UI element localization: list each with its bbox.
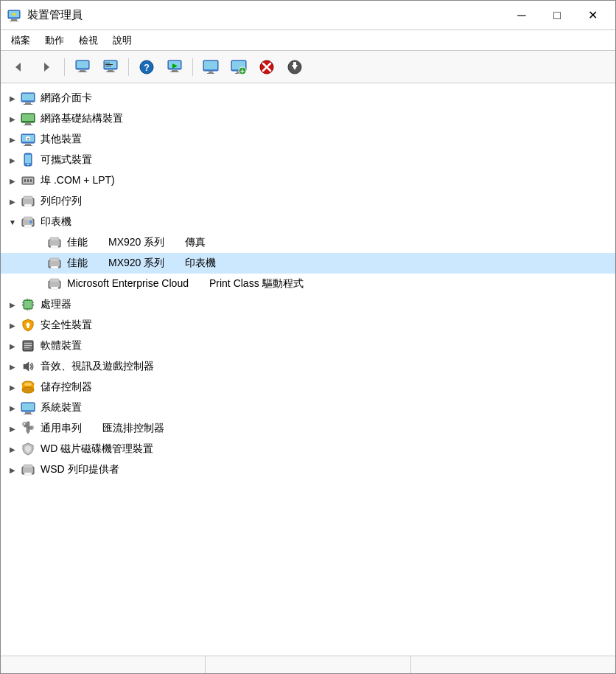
list-item[interactable]: ▶ 通用串列 匯流排控制器 bbox=[1, 418, 615, 439]
svg-text:?: ? bbox=[144, 62, 150, 73]
expand-arrow[interactable]: ▶ bbox=[7, 113, 18, 125]
remove-button[interactable] bbox=[253, 55, 280, 79]
monitor-icon bbox=[203, 59, 219, 75]
list-item[interactable]: ▶ 安全性裝置 bbox=[1, 315, 615, 336]
svg-rect-15 bbox=[105, 66, 111, 66]
svg-rect-60 bbox=[24, 179, 26, 182]
svg-rect-87 bbox=[22, 304, 24, 305]
list-item[interactable]: ▶ 系統裝置 bbox=[1, 397, 615, 418]
svg-rect-24 bbox=[170, 72, 179, 72]
help-button[interactable]: ? bbox=[133, 55, 160, 79]
device-tree[interactable]: ▶ 網路介面卡 ▶ bbox=[1, 83, 615, 656]
resources-button[interactable] bbox=[97, 55, 124, 79]
system-label: 系統裝置 bbox=[41, 401, 82, 414]
add-button[interactable]: + bbox=[225, 55, 252, 79]
menu-file[interactable]: 檔案 bbox=[4, 32, 38, 49]
expand-arrow[interactable]: ▶ bbox=[7, 299, 18, 310]
device-manager-view-button[interactable] bbox=[69, 55, 96, 79]
expand-arrow[interactable]: ▶ bbox=[7, 381, 18, 393]
printers-icon bbox=[20, 214, 36, 230]
svg-rect-103 bbox=[24, 345, 32, 346]
firmware-label: 軟體裝置 bbox=[41, 339, 82, 352]
svg-rect-8 bbox=[77, 61, 88, 68]
update-button[interactable] bbox=[281, 55, 308, 79]
wsd-print-icon bbox=[20, 462, 36, 478]
list-item[interactable]: ▶ 網路介面卡 bbox=[1, 88, 615, 108]
svg-rect-9 bbox=[80, 70, 85, 72]
processor-label: 處理器 bbox=[41, 298, 71, 311]
list-item[interactable]: ▶ 可攜式裝置 bbox=[1, 150, 615, 170]
svg-marker-5 bbox=[15, 63, 21, 72]
maximize-button[interactable]: □ bbox=[540, 4, 574, 27]
list-item[interactable]: ▶ bbox=[1, 294, 615, 315]
close-button[interactable]: ✕ bbox=[575, 4, 609, 27]
expand-arrow[interactable]: ▶ bbox=[7, 319, 18, 331]
menu-action[interactable]: 動作 bbox=[38, 32, 71, 49]
svg-rect-13 bbox=[105, 63, 110, 63]
expand-arrow[interactable]: ▶ bbox=[7, 402, 18, 414]
list-item[interactable]: ▼ 印表機 bbox=[1, 212, 615, 232]
menu-help[interactable]: 說明 bbox=[105, 32, 139, 49]
expand-arrow[interactable]: ▶ bbox=[7, 340, 18, 352]
svg-rect-26 bbox=[204, 61, 217, 69]
expand-arrow[interactable]: ▶ bbox=[7, 92, 18, 104]
wsd-print-label: WSD 列印提供者 bbox=[41, 463, 119, 476]
processor-icon bbox=[20, 296, 36, 313]
svg-point-108 bbox=[22, 387, 34, 393]
list-item[interactable]: ▶ 儲存控制器 bbox=[1, 377, 615, 397]
expand-arrow[interactable]: ▶ bbox=[7, 133, 18, 145]
list-item[interactable]: ▶ 音效、視訊及遊戲控制器 bbox=[1, 356, 615, 377]
svg-rect-47 bbox=[25, 123, 31, 125]
monitor-button[interactable] bbox=[197, 55, 224, 79]
svg-rect-102 bbox=[24, 343, 32, 344]
svg-rect-42 bbox=[22, 94, 34, 100]
forward-button[interactable] bbox=[33, 55, 60, 79]
svg-rect-78 bbox=[49, 261, 60, 266]
expand-arrow[interactable]: ▶ bbox=[7, 423, 18, 434]
expand-arrow[interactable]: ▶ bbox=[7, 464, 18, 476]
network-adapter-label: 網路介面卡 bbox=[41, 91, 92, 105]
svg-rect-96 bbox=[27, 309, 28, 310]
list-item[interactable]: Microsoft Enterprise Cloud Print Class 驅… bbox=[1, 274, 615, 294]
svg-rect-17 bbox=[106, 72, 115, 72]
list-item[interactable]: ▶ 網路基礎結構裝置 bbox=[1, 108, 615, 129]
list-item[interactable]: ▶ 軟體裝置 bbox=[1, 336, 615, 356]
expand-arrow[interactable]: ▶ bbox=[7, 175, 18, 187]
menu-view[interactable]: 檢視 bbox=[71, 32, 105, 49]
expand-arrow[interactable]: ▶ bbox=[7, 154, 18, 166]
expand-arrow[interactable]: ▶ bbox=[7, 361, 18, 372]
svg-rect-75 bbox=[51, 246, 58, 248]
list-item[interactable]: ▶ WD 磁片磁碟機管理裝置 bbox=[1, 439, 615, 459]
svg-rect-44 bbox=[24, 104, 32, 105]
svg-rect-54 bbox=[24, 145, 32, 146]
svg-rect-104 bbox=[24, 347, 29, 348]
run-button[interactable] bbox=[161, 55, 188, 79]
svg-rect-95 bbox=[26, 309, 27, 310]
wd-icon bbox=[20, 441, 36, 457]
ms-cloud-print-label: Microsoft Enterprise Cloud Print Class 驅… bbox=[67, 277, 304, 291]
list-item[interactable]: ▶ 列印佇列 bbox=[1, 191, 615, 212]
list-item[interactable]: ▶ ? 其他裝置 bbox=[1, 129, 615, 150]
svg-rect-53 bbox=[25, 144, 31, 145]
list-item[interactable]: 佳能 MX920 系列 傳真 bbox=[1, 232, 615, 253]
list-item[interactable]: ▶ WSD 列印提供者 bbox=[1, 459, 615, 480]
svg-rect-99 bbox=[27, 325, 29, 328]
no-expand bbox=[33, 257, 45, 269]
expand-arrow[interactable]: ▶ bbox=[7, 195, 18, 207]
svg-rect-123 bbox=[24, 473, 32, 475]
minimize-button[interactable]: ─ bbox=[505, 4, 539, 27]
title-bar-left: 裝置管理員 bbox=[7, 8, 83, 23]
device-manager-view-icon bbox=[74, 59, 91, 75]
svg-marker-105 bbox=[24, 362, 29, 371]
list-item[interactable]: 佳能 MX920 系列 印表機 bbox=[1, 253, 615, 274]
back-button[interactable] bbox=[5, 55, 32, 79]
svg-rect-1 bbox=[11, 19, 17, 21]
expand-arrow[interactable]: ▶ bbox=[7, 443, 18, 455]
toolbar: ? bbox=[1, 51, 615, 83]
svg-rect-40 bbox=[293, 62, 296, 66]
expand-arrow-expanded[interactable]: ▼ bbox=[7, 216, 18, 228]
svg-rect-66 bbox=[24, 204, 32, 206]
svg-rect-28 bbox=[207, 73, 214, 74]
list-item[interactable]: ▶ 埠 .COM + LPT) bbox=[1, 170, 615, 191]
status-segment-1 bbox=[1, 656, 206, 673]
